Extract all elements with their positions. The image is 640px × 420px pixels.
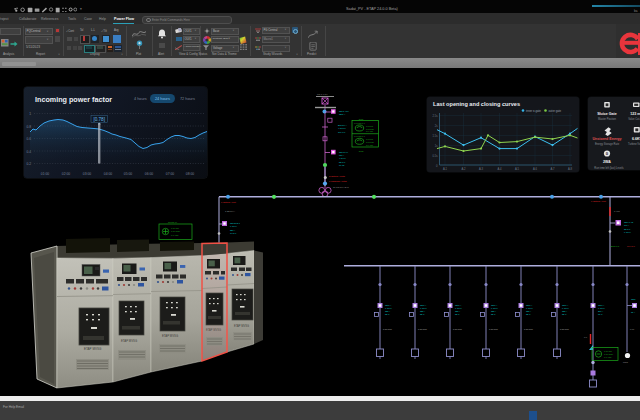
svg-text:ETAP MVSG: ETAP MVSG bbox=[121, 339, 137, 343]
svg-text:104.2 %: 104.2 % bbox=[627, 245, 635, 247]
svg-text:100.0 %: 100.0 % bbox=[338, 131, 346, 133]
svg-text:Sluice Gate: Sluice Gate bbox=[597, 112, 617, 116]
svg-text:4.160 kV: 4.160 kV bbox=[338, 127, 347, 129]
svg-text:A-6: A-6 bbox=[533, 167, 538, 171]
svg-text:Unstored Energy: Unstored Energy bbox=[593, 137, 622, 141]
svg-text:Energy Storage Rate: Energy Storage Rate bbox=[595, 142, 620, 146]
svg-text:0.8: 0.8 bbox=[26, 125, 31, 129]
svg-text:2.5s: 2.5s bbox=[432, 114, 438, 118]
svg-text:0.466: 0.466 bbox=[614, 210, 620, 212]
svg-text:ETAP MVSG: ETAP MVSG bbox=[206, 328, 221, 332]
svg-text:52.3 %: 52.3 % bbox=[339, 161, 345, 163]
svg-text:A-1: A-1 bbox=[443, 167, 448, 171]
svg-text:T1 2.5 MVA Dyn: T1 2.5 MVA Dyn bbox=[333, 186, 350, 188]
svg-text:0.00 kvar: 0.00 kvar bbox=[366, 141, 374, 143]
svg-text:1 Critical Alert!: 1 Critical Alert! bbox=[591, 200, 606, 202]
svg-text:4.16 kV: 4.16 kV bbox=[339, 157, 346, 159]
svg-text:230 A: 230 A bbox=[598, 310, 604, 312]
svg-text:A-7: A-7 bbox=[550, 167, 555, 171]
svg-text:1: 1 bbox=[29, 112, 31, 116]
svg-text:0.48 kV: 0.48 kV bbox=[624, 231, 631, 233]
svg-text:Run time left (last) Levels: Run time left (last) Levels bbox=[594, 166, 624, 170]
svg-text:Turbine Voltage: Turbine Voltage bbox=[628, 142, 640, 146]
svg-text:CB-F 0.48: CB-F 0.48 bbox=[624, 221, 634, 223]
svg-text:A-5: A-5 bbox=[515, 167, 520, 171]
svg-text:Bus-MV A: Bus-MV A bbox=[338, 124, 348, 126]
svg-text:0.00 MW: 0.00 MW bbox=[171, 227, 179, 229]
svg-text:95 A: 95 A bbox=[631, 311, 636, 313]
svg-text:U1 0.4 kV: U1 0.4 kV bbox=[317, 93, 328, 96]
svg-text:[0.78]: [0.78] bbox=[93, 117, 105, 122]
svg-text:0.0 Amp: 0.0 Amp bbox=[366, 144, 373, 146]
svg-text:0.00 MW 0.0: 0.00 MW 0.0 bbox=[354, 122, 365, 124]
svg-text:01:00: 01:00 bbox=[41, 172, 49, 176]
svg-text:SWGR-LV: SWGR-LV bbox=[168, 221, 178, 223]
svg-text:A-3: A-3 bbox=[479, 167, 484, 171]
svg-text:0.00 Mvar: 0.00 Mvar bbox=[604, 353, 613, 355]
svg-text:Gen1: Gen1 bbox=[359, 118, 364, 120]
svg-text:Valve Cut-out L: Valve Cut-out L bbox=[628, 117, 640, 121]
svg-text:0: 0 bbox=[436, 164, 438, 168]
svg-text:1.5s: 1.5s bbox=[432, 134, 438, 138]
svg-text:1.25 MVA: 1.25 MVA bbox=[225, 210, 235, 212]
svg-text:600 A: 600 A bbox=[624, 224, 630, 226]
svg-text:1 Marginal Alerts!: 1 Marginal Alerts! bbox=[329, 180, 347, 182]
svg-text:outer gate: outer gate bbox=[549, 109, 562, 113]
svg-text:04:00: 04:00 bbox=[104, 172, 112, 176]
svg-text:0.00 MW: 0.00 MW bbox=[604, 350, 612, 352]
svg-text:630 A: 630 A bbox=[339, 154, 345, 156]
svg-text:Gen2: Gen2 bbox=[359, 150, 364, 152]
svg-text:0.00 kW: 0.00 kW bbox=[366, 125, 373, 127]
svg-text:CB-T1 HV: CB-T1 HV bbox=[339, 151, 349, 153]
svg-text:Fan1: Fan1 bbox=[623, 361, 629, 363]
svg-text:88.3 %: 88.3 % bbox=[624, 228, 630, 230]
svg-text:820 A: 820 A bbox=[230, 229, 236, 231]
svg-text:CB 8: CB 8 bbox=[631, 298, 636, 300]
svg-text:0.0: 0.0 bbox=[584, 336, 588, 338]
svg-text:03:00: 03:00 bbox=[83, 172, 91, 176]
svg-text:ETAP MVSG: ETAP MVSG bbox=[162, 334, 178, 338]
svg-text:08:00: 08:00 bbox=[186, 172, 194, 176]
svg-text:07:00: 07:00 bbox=[166, 172, 174, 176]
svg-text:0.00 MW 0.0: 0.00 MW 0.0 bbox=[354, 135, 365, 137]
svg-text:0.00: 0.00 bbox=[630, 328, 635, 330]
svg-text:0.48 kV: 0.48 kV bbox=[230, 225, 237, 227]
svg-text:0.5s: 0.5s bbox=[432, 154, 438, 158]
svg-text:CB 7-A: CB 7-A bbox=[598, 304, 605, 306]
svg-text:inner e-gate: inner e-gate bbox=[526, 109, 541, 113]
svg-text:1200 A: 1200 A bbox=[339, 113, 346, 115]
svg-text:CB-SWG 1: CB-SWG 1 bbox=[230, 222, 241, 224]
svg-text:1s: 1s bbox=[435, 144, 438, 148]
svg-text:ETAP MVSG: ETAP MVSG bbox=[84, 347, 102, 351]
svg-text:A-8: A-8 bbox=[568, 167, 573, 171]
svg-text:123 mm: 123 mm bbox=[630, 112, 640, 116]
svg-text:A-2: A-2 bbox=[461, 167, 466, 171]
svg-text:0.48 kV: 0.48 kV bbox=[598, 307, 605, 309]
svg-text:02:00: 02:00 bbox=[62, 172, 70, 176]
svg-text:0.0 Amp: 0.0 Amp bbox=[366, 130, 373, 132]
svg-text:ETAP MVSG: ETAP MVSG bbox=[234, 324, 249, 328]
svg-text:A-4: A-4 bbox=[497, 167, 502, 171]
svg-text:0.00 kvar: 0.00 kvar bbox=[366, 128, 374, 130]
svg-text:1 Critical Alert!: 1 Critical Alert! bbox=[221, 201, 236, 203]
svg-text:PF 95: PF 95 bbox=[339, 164, 345, 166]
svg-text:05:00: 05:00 bbox=[124, 172, 132, 176]
svg-text:CB-In 4.16: CB-In 4.16 bbox=[339, 110, 349, 112]
svg-text:0.0 Amp: 0.0 Amp bbox=[604, 356, 612, 358]
svg-text:2s: 2s bbox=[435, 124, 438, 128]
svg-text:91 %: 91 % bbox=[598, 313, 603, 315]
svg-text:Bus-LV1: Bus-LV1 bbox=[611, 245, 620, 247]
svg-text:06:00: 06:00 bbox=[145, 172, 153, 176]
svg-text:Master Position: Master Position bbox=[598, 117, 616, 121]
svg-text:2WA: 2WA bbox=[603, 160, 611, 164]
svg-text:74.2 %: 74.2 % bbox=[230, 232, 236, 234]
svg-text:2 Critical Alerts!: 2 Critical Alerts! bbox=[329, 175, 345, 177]
svg-text:0.00 kW: 0.00 kW bbox=[366, 138, 373, 140]
svg-text:0.00 Mvar: 0.00 Mvar bbox=[171, 230, 180, 232]
svg-text:6.6KV: 6.6KV bbox=[632, 137, 640, 141]
svg-text:0.0 Amp: 0.0 Amp bbox=[171, 234, 179, 236]
